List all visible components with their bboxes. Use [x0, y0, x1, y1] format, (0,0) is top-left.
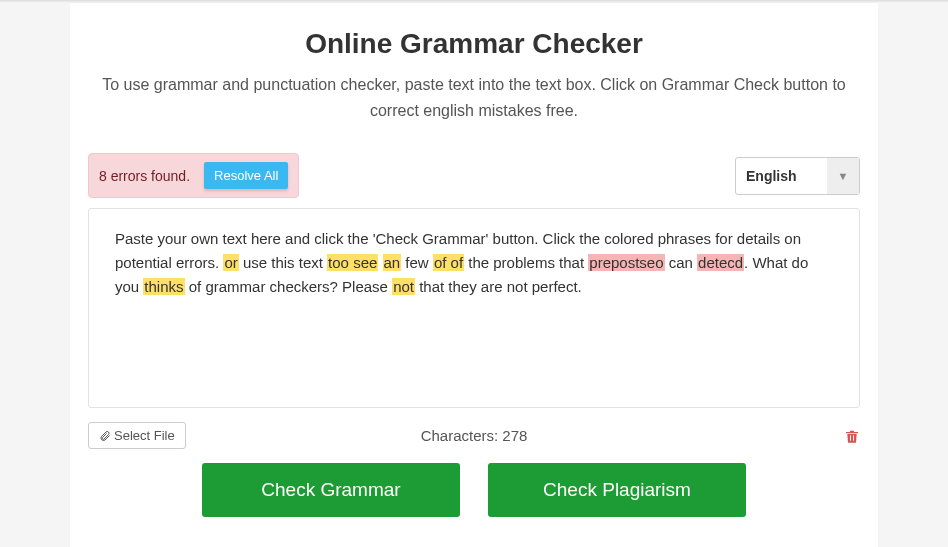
- character-count: Characters: 278: [421, 427, 528, 444]
- check-grammar-button[interactable]: Check Grammar: [202, 463, 460, 517]
- controls-row: 8 errors found. Resolve All English ▼: [88, 153, 860, 198]
- page-title: Online Grammar Checker: [88, 28, 860, 60]
- action-buttons-row: Check Grammar Check Plagiarism: [88, 463, 860, 517]
- main-card: Online Grammar Checker To use grammar an…: [70, 2, 878, 547]
- trash-icon[interactable]: [844, 427, 860, 445]
- select-file-button[interactable]: Select File: [88, 422, 186, 449]
- resolve-all-button[interactable]: Resolve All: [204, 162, 288, 189]
- error-alert: 8 errors found. Resolve All: [88, 153, 299, 198]
- grammar-highlight[interactable]: of of: [433, 254, 464, 271]
- check-plagiarism-button[interactable]: Check Plagiarism: [488, 463, 746, 517]
- grammar-highlight[interactable]: thinks: [143, 278, 184, 295]
- spelling-highlight[interactable]: prepostseo: [588, 254, 664, 271]
- language-select[interactable]: English ▼: [735, 157, 860, 195]
- text-editor[interactable]: Paste your own text here and click the '…: [88, 208, 860, 408]
- select-file-label: Select File: [114, 428, 175, 443]
- svg-rect-0: [850, 435, 851, 440]
- svg-rect-1: [853, 435, 854, 440]
- page-subtitle: To use grammar and punctuation checker, …: [94, 72, 854, 123]
- spelling-highlight[interactable]: detecd: [697, 254, 744, 271]
- grammar-highlight[interactable]: or: [223, 254, 238, 271]
- grammar-highlight[interactable]: not: [392, 278, 415, 295]
- language-selected-label: English: [736, 168, 827, 184]
- chevron-down-icon: ▼: [827, 158, 859, 194]
- editor-footer-row: Select File Characters: 278: [88, 422, 860, 449]
- error-count-text: 8 errors found.: [99, 168, 190, 184]
- paperclip-icon: [99, 430, 111, 442]
- grammar-highlight[interactable]: an: [383, 254, 402, 271]
- grammar-highlight[interactable]: too see: [327, 254, 378, 271]
